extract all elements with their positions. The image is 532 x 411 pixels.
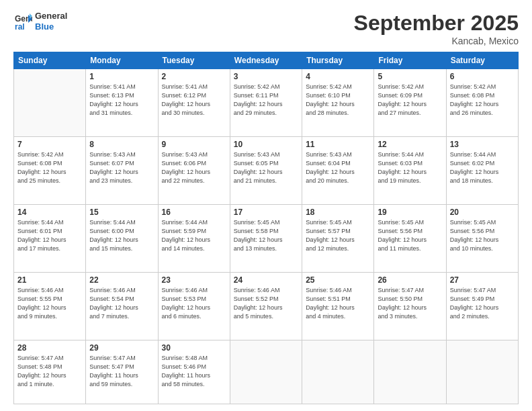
weekday-header: Monday xyxy=(86,52,158,69)
day-info: Sunrise: 5:44 AM Sunset: 6:01 PM Dayligh… xyxy=(17,218,82,253)
day-number: 14 xyxy=(17,208,82,217)
day-number: 3 xyxy=(234,72,298,81)
day-number: 10 xyxy=(234,140,298,149)
calendar-cell: 10Sunrise: 5:43 AM Sunset: 6:05 PM Dayli… xyxy=(230,136,302,204)
calendar-cell: 25Sunrise: 5:46 AM Sunset: 5:51 PM Dayli… xyxy=(302,272,374,340)
day-info: Sunrise: 5:41 AM Sunset: 6:12 PM Dayligh… xyxy=(162,83,226,118)
calendar-week-row: 21Sunrise: 5:46 AM Sunset: 5:55 PM Dayli… xyxy=(14,272,519,340)
calendar-cell: 5Sunrise: 5:42 AM Sunset: 6:09 PM Daylig… xyxy=(374,69,446,137)
calendar-cell: 23Sunrise: 5:46 AM Sunset: 5:53 PM Dayli… xyxy=(158,272,230,340)
day-number: 30 xyxy=(162,343,226,353)
calendar-cell: 14Sunrise: 5:44 AM Sunset: 6:01 PM Dayli… xyxy=(14,204,86,272)
day-number: 1 xyxy=(89,72,154,81)
calendar-week-row: 14Sunrise: 5:44 AM Sunset: 6:01 PM Dayli… xyxy=(14,204,519,272)
day-number: 20 xyxy=(450,208,515,217)
day-number: 19 xyxy=(378,208,442,217)
weekday-header: Friday xyxy=(374,52,446,69)
day-number: 11 xyxy=(306,140,370,149)
calendar-cell: 29Sunrise: 5:47 AM Sunset: 5:47 PM Dayli… xyxy=(86,340,158,404)
calendar-cell: 22Sunrise: 5:46 AM Sunset: 5:54 PM Dayli… xyxy=(86,272,158,340)
svg-text:ral: ral xyxy=(15,22,25,31)
day-number: 27 xyxy=(450,275,515,285)
day-number: 26 xyxy=(378,275,442,285)
page: Gene ral General Blue September 2025 Kan… xyxy=(0,0,532,411)
calendar-week-row: 7Sunrise: 5:42 AM Sunset: 6:08 PM Daylig… xyxy=(14,136,519,204)
weekday-header: Tuesday xyxy=(158,52,230,69)
calendar-cell xyxy=(230,340,302,404)
calendar-cell: 8Sunrise: 5:43 AM Sunset: 6:07 PM Daylig… xyxy=(86,136,158,204)
calendar-cell: 30Sunrise: 5:48 AM Sunset: 5:46 PM Dayli… xyxy=(158,340,230,404)
header: Gene ral General Blue September 2025 Kan… xyxy=(13,11,519,46)
day-info: Sunrise: 5:47 AM Sunset: 5:49 PM Dayligh… xyxy=(450,286,515,321)
day-number: 29 xyxy=(89,343,154,353)
weekday-header: Wednesday xyxy=(230,52,302,69)
calendar-week-row: 28Sunrise: 5:47 AM Sunset: 5:48 PM Dayli… xyxy=(14,340,519,404)
day-number: 16 xyxy=(162,208,226,217)
calendar-cell: 24Sunrise: 5:46 AM Sunset: 5:52 PM Dayli… xyxy=(230,272,302,340)
day-info: Sunrise: 5:46 AM Sunset: 5:53 PM Dayligh… xyxy=(162,286,226,321)
day-info: Sunrise: 5:46 AM Sunset: 5:54 PM Dayligh… xyxy=(89,286,154,321)
day-info: Sunrise: 5:42 AM Sunset: 6:08 PM Dayligh… xyxy=(17,150,82,185)
day-info: Sunrise: 5:42 AM Sunset: 6:10 PM Dayligh… xyxy=(306,83,370,118)
day-number: 28 xyxy=(17,343,82,353)
day-info: Sunrise: 5:43 AM Sunset: 6:05 PM Dayligh… xyxy=(234,150,298,185)
calendar-cell: 7Sunrise: 5:42 AM Sunset: 6:08 PM Daylig… xyxy=(14,136,86,204)
calendar-cell: 11Sunrise: 5:43 AM Sunset: 6:04 PM Dayli… xyxy=(302,136,374,204)
weekday-header: Saturday xyxy=(446,52,518,69)
day-number: 8 xyxy=(89,140,154,149)
month-title: September 2025 xyxy=(354,11,519,36)
calendar-cell: 18Sunrise: 5:45 AM Sunset: 5:57 PM Dayli… xyxy=(302,204,374,272)
day-info: Sunrise: 5:43 AM Sunset: 6:04 PM Dayligh… xyxy=(306,150,370,185)
day-info: Sunrise: 5:44 AM Sunset: 6:03 PM Dayligh… xyxy=(378,150,442,185)
day-info: Sunrise: 5:44 AM Sunset: 5:59 PM Dayligh… xyxy=(162,218,226,253)
calendar-cell: 4Sunrise: 5:42 AM Sunset: 6:10 PM Daylig… xyxy=(302,69,374,137)
day-info: Sunrise: 5:47 AM Sunset: 5:47 PM Dayligh… xyxy=(89,354,154,389)
calendar-cell: 13Sunrise: 5:44 AM Sunset: 6:02 PM Dayli… xyxy=(446,136,518,204)
calendar-cell: 28Sunrise: 5:47 AM Sunset: 5:48 PM Dayli… xyxy=(14,340,86,404)
day-number: 4 xyxy=(306,72,370,81)
weekday-header: Thursday xyxy=(302,52,374,69)
day-info: Sunrise: 5:45 AM Sunset: 5:57 PM Dayligh… xyxy=(306,218,370,253)
weekday-header-row: SundayMondayTuesdayWednesdayThursdayFrid… xyxy=(14,52,519,69)
logo-icon: Gene ral xyxy=(13,12,32,31)
day-info: Sunrise: 5:43 AM Sunset: 6:07 PM Dayligh… xyxy=(89,150,154,185)
day-number: 15 xyxy=(89,208,154,217)
location: Kancab, Mexico xyxy=(354,36,519,46)
day-info: Sunrise: 5:43 AM Sunset: 6:06 PM Dayligh… xyxy=(162,150,226,185)
calendar-cell: 12Sunrise: 5:44 AM Sunset: 6:03 PM Dayli… xyxy=(374,136,446,204)
day-info: Sunrise: 5:45 AM Sunset: 5:56 PM Dayligh… xyxy=(378,218,442,253)
day-info: Sunrise: 5:44 AM Sunset: 6:02 PM Dayligh… xyxy=(450,150,515,185)
day-info: Sunrise: 5:46 AM Sunset: 5:51 PM Dayligh… xyxy=(306,286,370,321)
calendar-cell: 16Sunrise: 5:44 AM Sunset: 5:59 PM Dayli… xyxy=(158,204,230,272)
day-number: 23 xyxy=(162,275,226,285)
calendar-cell: 21Sunrise: 5:46 AM Sunset: 5:55 PM Dayli… xyxy=(14,272,86,340)
day-number: 9 xyxy=(162,140,226,149)
calendar-cell: 6Sunrise: 5:42 AM Sunset: 6:08 PM Daylig… xyxy=(446,69,518,137)
day-info: Sunrise: 5:47 AM Sunset: 5:48 PM Dayligh… xyxy=(17,354,82,389)
calendar-cell: 26Sunrise: 5:47 AM Sunset: 5:50 PM Dayli… xyxy=(374,272,446,340)
day-number: 25 xyxy=(306,275,370,285)
day-number: 18 xyxy=(306,208,370,217)
calendar-cell: 27Sunrise: 5:47 AM Sunset: 5:49 PM Dayli… xyxy=(446,272,518,340)
day-info: Sunrise: 5:42 AM Sunset: 6:08 PM Dayligh… xyxy=(450,83,515,118)
logo-text: General Blue xyxy=(35,11,67,32)
day-number: 13 xyxy=(450,140,515,149)
calendar-cell: 3Sunrise: 5:42 AM Sunset: 6:11 PM Daylig… xyxy=(230,69,302,137)
calendar-cell: 20Sunrise: 5:45 AM Sunset: 5:56 PM Dayli… xyxy=(446,204,518,272)
day-number: 21 xyxy=(17,275,82,285)
day-info: Sunrise: 5:47 AM Sunset: 5:50 PM Dayligh… xyxy=(378,286,442,321)
title-block: September 2025 Kancab, Mexico xyxy=(354,11,519,46)
day-number: 24 xyxy=(234,275,298,285)
calendar-cell xyxy=(302,340,374,404)
calendar-cell: 17Sunrise: 5:45 AM Sunset: 5:58 PM Dayli… xyxy=(230,204,302,272)
day-info: Sunrise: 5:44 AM Sunset: 6:00 PM Dayligh… xyxy=(89,218,154,253)
day-number: 5 xyxy=(378,72,442,81)
calendar-cell xyxy=(374,340,446,404)
day-info: Sunrise: 5:46 AM Sunset: 5:52 PM Dayligh… xyxy=(234,286,298,321)
calendar: SundayMondayTuesdayWednesdayThursdayFrid… xyxy=(13,52,519,404)
day-number: 22 xyxy=(89,275,154,285)
day-info: Sunrise: 5:42 AM Sunset: 6:09 PM Dayligh… xyxy=(378,83,442,118)
calendar-cell: 19Sunrise: 5:45 AM Sunset: 5:56 PM Dayli… xyxy=(374,204,446,272)
day-number: 2 xyxy=(162,72,226,81)
day-number: 17 xyxy=(234,208,298,217)
